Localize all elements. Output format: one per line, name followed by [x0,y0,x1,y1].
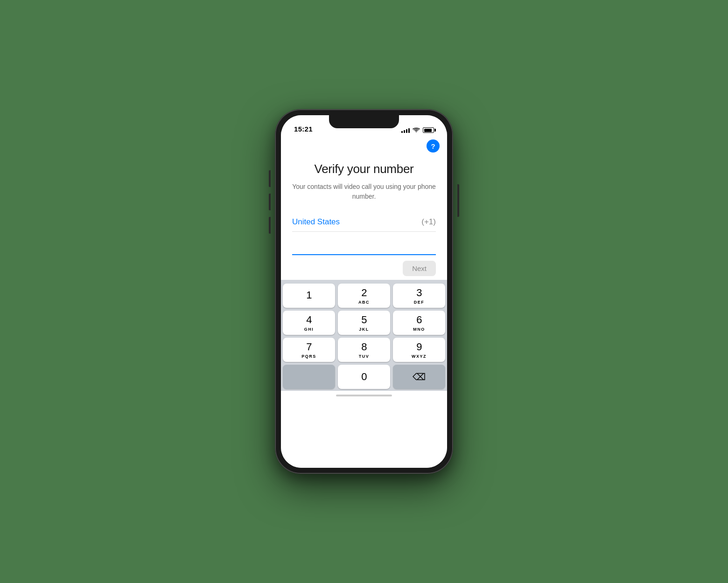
key-backspace[interactable]: ⌫ [393,365,445,389]
home-indicator [336,395,392,396]
help-button[interactable]: ? [427,139,440,153]
phone-input[interactable] [292,236,436,250]
key-1[interactable]: 1 [283,284,335,308]
numpad-keyboard: 1 2 ABC 3 DEF 4 GHI [281,280,447,391]
key-6[interactable]: 6 MNO [393,311,445,335]
verify-section: Verify your number Your contacts will vi… [281,153,447,280]
battery-icon [423,127,434,133]
status-bar: 15:21 [281,115,447,136]
backspace-icon: ⌫ [413,371,426,382]
key-2[interactable]: 2 ABC [338,284,390,308]
status-time: 15:21 [294,125,313,133]
key-8[interactable]: 8 TUV [338,338,390,362]
keyboard-grid: 1 2 ABC 3 DEF 4 GHI [283,284,445,362]
country-name: United States [292,217,340,227]
key-4[interactable]: 4 GHI [283,311,335,335]
key-blank [283,365,335,389]
wifi-icon [413,127,420,133]
key-5[interactable]: 5 JKL [338,311,390,335]
key-3[interactable]: 3 DEF [393,284,445,308]
keyboard-bottom-row: 0 ⌫ [283,365,445,389]
page-title: Verify your number [292,162,436,176]
page-subtitle: Your contacts will video call you using … [292,182,436,201]
signal-icon [401,127,410,133]
country-selector[interactable]: United States (+1) [292,213,436,232]
country-code: (+1) [421,217,436,227]
phone-screen: 15:21 ? [281,115,447,468]
phone-input-row [292,232,436,255]
notch [329,115,399,128]
home-indicator-area [281,391,447,400]
next-button[interactable]: Next [403,261,436,276]
key-0[interactable]: 0 [338,365,390,389]
app-content: ? Verify your number Your contacts will … [281,136,447,468]
key-7[interactable]: 7 PQRS [283,338,335,362]
status-icons [401,127,434,133]
phone-device: 15:21 ? [275,110,453,473]
next-row: Next [292,255,436,280]
key-9[interactable]: 9 WXYZ [393,338,445,362]
